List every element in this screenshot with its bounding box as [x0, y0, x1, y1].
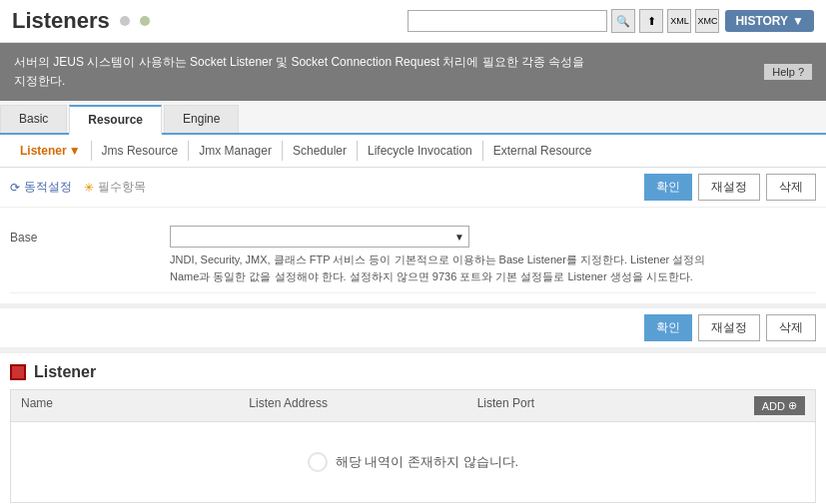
content-area: Base ▼ JNDI, Security, JMX, 클래스 FTP 서비스 …: [0, 208, 826, 303]
upload-button[interactable]: ⬆: [639, 9, 663, 33]
bottom-toolbar: 확인 재설정 삭제: [0, 307, 826, 347]
required-items: ✳ 필수항목: [84, 179, 146, 196]
required-items-label: 필수항목: [98, 179, 146, 196]
dot-green: [140, 16, 150, 26]
table-empty-row: 해당 내역이 존재하지 않습니다.: [11, 422, 815, 502]
listener-section: Listener Name Listen Address Listen Port…: [0, 353, 826, 504]
dynamic-icon: ⟳: [10, 181, 20, 195]
history-arrow-icon: ▼: [792, 14, 804, 28]
info-line2: 지정한다.: [14, 72, 584, 91]
tab-bar: Basic Resource Engine: [0, 101, 826, 135]
header-left: Listeners: [12, 8, 150, 34]
add-icon: ⊕: [788, 399, 797, 412]
help-button[interactable]: Help ?: [764, 64, 812, 80]
history-button[interactable]: HISTORY ▼: [725, 10, 814, 32]
col-name: Name: [11, 390, 239, 421]
subnav-scheduler[interactable]: Scheduler: [283, 141, 358, 161]
dot-gray: [120, 16, 130, 26]
subnav-dropdown-icon: ▼: [69, 144, 81, 158]
tab-resource[interactable]: Resource: [69, 105, 162, 135]
toolbar-right: 확인 재설정 삭제: [644, 174, 816, 201]
tab-engine[interactable]: Engine: [164, 105, 239, 133]
bottom-reset-button[interactable]: 재설정: [698, 314, 760, 341]
base-description: JNDI, Security, JMX, 클래스 FTP 서비스 등이 기본적으…: [170, 252, 729, 284]
listener-header: Listener: [10, 363, 816, 381]
col-listen-port: Listen Port: [467, 390, 695, 421]
help-label: Help: [772, 66, 795, 78]
history-label: HISTORY: [735, 14, 788, 28]
subnav-external-resource[interactable]: External Resource: [483, 141, 602, 161]
header-right: 🔍 ⬆ XML XMC HISTORY ▼: [408, 9, 814, 33]
page-title: Listeners: [12, 8, 110, 34]
col-listen-address: Listen Address: [239, 390, 466, 421]
base-value: ▼ JNDI, Security, JMX, 클래스 FTP 서비스 등이 기본…: [170, 226, 816, 284]
subnav-listener[interactable]: Listener ▼: [10, 141, 92, 161]
base-select[interactable]: [170, 226, 469, 248]
subnav-jmx-manager[interactable]: Jmx Manager: [189, 141, 283, 161]
top-toolbar: ⟳ 동적설정 ✳ 필수항목 확인 재설정 삭제: [0, 168, 826, 208]
add-listener-button[interactable]: ADD ⊕: [754, 396, 805, 415]
search-bar-area: 🔍 ⬆ XML XMC: [408, 9, 719, 33]
spinner-wrap: 해당 내역이 존재하지 않습니다.: [41, 452, 785, 472]
loading-spinner: [308, 452, 328, 472]
top-reset-button[interactable]: 재설정: [698, 174, 760, 201]
table-header: Name Listen Address Listen Port ADD ⊕: [11, 390, 815, 422]
subnav-listener-label: Listener: [20, 144, 67, 158]
header: Listeners 🔍 ⬆ XML XMC HISTORY ▼: [0, 0, 826, 43]
listener-icon: [10, 364, 26, 380]
listener-table: Name Listen Address Listen Port ADD ⊕ 해당…: [10, 389, 816, 503]
dynamic-setting[interactable]: ⟳ 동적설정: [10, 179, 72, 196]
toolbar-left: ⟳ 동적설정 ✳ 필수항목: [10, 179, 146, 196]
info-text: 서버의 JEUS 시스템이 사용하는 Socket Listener 및 Soc…: [14, 53, 584, 91]
bottom-delete-button[interactable]: 삭제: [766, 314, 816, 341]
search-input[interactable]: [408, 10, 607, 32]
dynamic-setting-label: 동적설정: [24, 179, 72, 196]
sub-nav: Listener ▼ Jms Resource Jmx Manager Sche…: [0, 135, 826, 168]
xml2-button[interactable]: XMC: [695, 9, 719, 33]
listener-section-title: Listener: [34, 363, 96, 381]
top-delete-button[interactable]: 삭제: [766, 174, 816, 201]
info-bar: 서버의 JEUS 시스템이 사용하는 Socket Listener 및 Soc…: [0, 43, 826, 101]
subnav-lifecycle-invocation[interactable]: Lifecycle Invocation: [358, 141, 483, 161]
help-icon: ?: [798, 66, 804, 78]
base-select-wrap: ▼: [170, 226, 469, 248]
bottom-confirm-button[interactable]: 확인: [644, 314, 692, 341]
search-button[interactable]: 🔍: [611, 9, 635, 33]
base-label: Base: [10, 226, 170, 245]
col-add: ADD ⊕: [695, 390, 815, 421]
info-line1: 서버의 JEUS 시스템이 사용하는 Socket Listener 및 Soc…: [14, 53, 584, 72]
top-confirm-button[interactable]: 확인: [644, 174, 692, 201]
subnav-jms-resource[interactable]: Jms Resource: [92, 141, 190, 161]
xml-button[interactable]: XML: [667, 9, 691, 33]
base-form-row: Base ▼ JNDI, Security, JMX, 클래스 FTP 서비스 …: [10, 218, 816, 293]
empty-message: 해당 내역이 존재하지 않습니다.: [336, 453, 518, 471]
add-btn-label: ADD: [762, 400, 785, 412]
tab-basic[interactable]: Basic: [0, 105, 67, 133]
required-icon: ✳: [84, 181, 94, 195]
